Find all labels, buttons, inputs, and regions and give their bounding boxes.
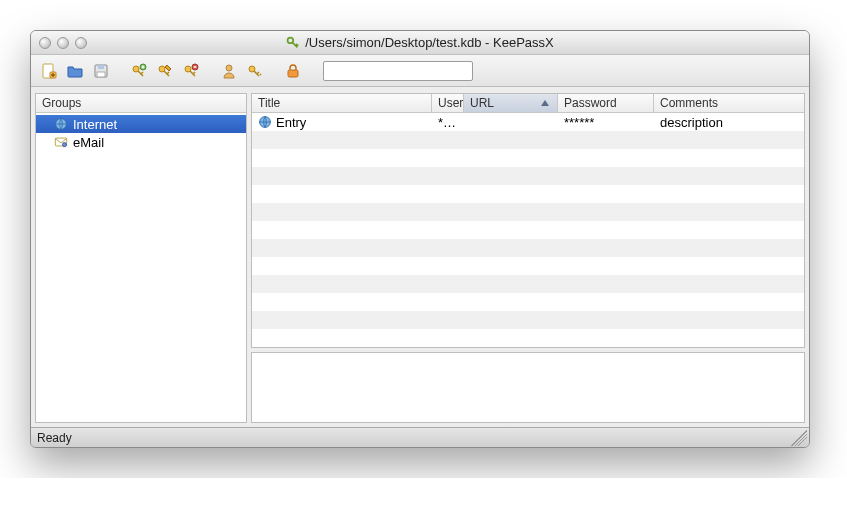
titlebar[interactable]: /Users/simon/Desktop/test.kdb - KeePassX <box>31 31 809 55</box>
column-header-title[interactable]: Title <box>252 94 432 112</box>
entry-details-panel[interactable] <box>251 352 805 423</box>
window-controls <box>39 37 87 49</box>
svg-point-16 <box>62 143 66 147</box>
close-window-button[interactable] <box>39 37 51 49</box>
person-icon <box>221 63 237 79</box>
window-title: /Users/simon/Desktop/test.kdb - KeePassX <box>305 35 554 50</box>
group-item-email[interactable]: eMail <box>36 133 246 151</box>
add-entry-button[interactable] <box>127 60 151 82</box>
groups-panel: Groups Internet eMail <box>35 93 247 423</box>
table-row <box>252 293 804 311</box>
table-row <box>252 275 804 293</box>
svg-rect-5 <box>97 72 105 77</box>
open-database-button[interactable] <box>63 60 87 82</box>
table-row <box>252 149 804 167</box>
column-header-url[interactable]: URL <box>464 94 558 112</box>
svg-point-0 <box>288 37 294 43</box>
open-folder-icon <box>67 63 83 79</box>
new-database-button[interactable] <box>37 60 61 82</box>
toolbar <box>31 55 809 87</box>
table-row[interactable]: Entry *… ****** description <box>252 113 804 131</box>
table-row <box>252 167 804 185</box>
save-database-button[interactable] <box>89 60 113 82</box>
group-item-internet[interactable]: Internet <box>36 115 246 133</box>
key-icon <box>247 63 263 79</box>
content-area: Groups Internet eMail <box>31 87 809 427</box>
app-window: /Users/simon/Desktop/test.kdb - KeePassX <box>30 30 810 448</box>
column-label: URL <box>470 96 494 110</box>
group-label: eMail <box>73 135 104 150</box>
sort-asc-icon <box>541 100 549 106</box>
lock-icon <box>285 63 301 79</box>
table-row <box>252 203 804 221</box>
table-row <box>252 185 804 203</box>
group-label: Internet <box>73 117 117 132</box>
column-header-username[interactable]: User <box>432 94 464 112</box>
keepassx-icon <box>286 36 300 50</box>
statusbar: Ready <box>31 427 809 447</box>
delete-entry-button[interactable] <box>179 60 203 82</box>
key-edit-icon <box>157 63 173 79</box>
resize-grip[interactable] <box>791 430 807 446</box>
table-row <box>252 311 804 329</box>
table-row <box>252 239 804 257</box>
search-input[interactable] <box>323 61 473 81</box>
table-row <box>252 329 804 347</box>
key-delete-icon <box>183 63 199 79</box>
copy-password-button[interactable] <box>243 60 267 82</box>
svg-point-11 <box>226 65 232 71</box>
groups-header[interactable]: Groups <box>36 94 246 113</box>
cell-title: Entry <box>252 113 432 131</box>
minimize-window-button[interactable] <box>57 37 69 49</box>
cell-username: *… <box>432 113 464 131</box>
table-row <box>252 257 804 275</box>
table-row <box>252 221 804 239</box>
entries-rows[interactable]: Entry *… ****** description <box>252 113 804 347</box>
new-file-icon <box>41 63 57 79</box>
cell-password: ****** <box>558 113 654 131</box>
svg-rect-13 <box>288 70 298 77</box>
entries-columns: Title User URL Password Comments <box>252 94 804 113</box>
cell-url <box>464 113 558 131</box>
table-row <box>252 131 804 149</box>
column-header-comments[interactable]: Comments <box>654 94 804 112</box>
column-header-password[interactable]: Password <box>558 94 654 112</box>
groups-tree[interactable]: Internet eMail <box>36 113 246 422</box>
cell-comments: description <box>654 113 804 131</box>
globe-icon <box>54 117 68 131</box>
save-icon <box>93 63 109 79</box>
zoom-window-button[interactable] <box>75 37 87 49</box>
copy-username-button[interactable] <box>217 60 241 82</box>
edit-entry-button[interactable] <box>153 60 177 82</box>
lock-workspace-button[interactable] <box>281 60 305 82</box>
svg-rect-4 <box>98 65 104 69</box>
mail-icon <box>54 135 68 149</box>
status-text: Ready <box>37 431 72 445</box>
key-add-icon <box>131 63 147 79</box>
entries-panel: Title User URL Password Comments <box>251 93 805 348</box>
globe-icon <box>258 115 272 129</box>
